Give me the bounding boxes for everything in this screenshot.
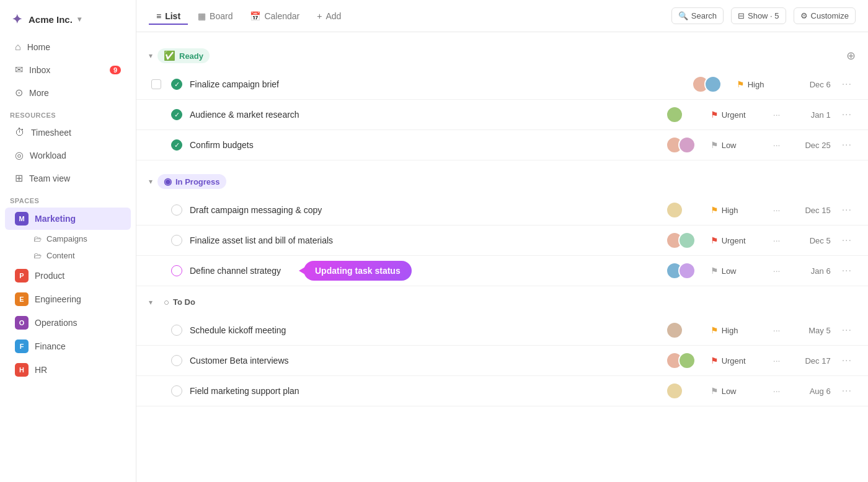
sidebar-item-label: More bbox=[29, 88, 49, 98]
sidebar-item-label: Campaigns bbox=[46, 234, 87, 243]
tab-label: List bbox=[165, 11, 180, 21]
space-badge-operations: O bbox=[15, 316, 29, 330]
search-button[interactable]: 🔍 Search bbox=[671, 7, 724, 24]
list-icon: ≡ bbox=[156, 11, 161, 21]
search-icon: 🔍 bbox=[678, 11, 688, 20]
section-label-todo[interactable]: ○ To Do bbox=[157, 295, 202, 309]
more-icon: ⊙ bbox=[15, 87, 23, 99]
tab-calendar[interactable]: 📅 Calendar bbox=[242, 7, 307, 25]
task-status-checkbox[interactable] bbox=[171, 204, 182, 216]
task-priority: ⚑ High bbox=[711, 325, 760, 335]
show-button[interactable]: ⊟ Show · 5 bbox=[731, 7, 786, 24]
topbar-actions: 🔍 Search ⊟ Show · 5 ⚙ Customize bbox=[671, 7, 856, 24]
add-icon: + bbox=[317, 11, 322, 21]
task-avatars bbox=[692, 76, 729, 93]
logo-icon: ✦ bbox=[10, 12, 24, 26]
section-label-inprogress[interactable]: ◉ In Progress bbox=[157, 174, 226, 189]
more-options-button[interactable]: ··· bbox=[838, 77, 856, 91]
more-options-button[interactable]: ··· bbox=[838, 203, 856, 217]
task-row: Customer Beta interviews ⚑ Urgent ··· De… bbox=[136, 346, 868, 376]
task-status-checkbox[interactable]: ✓ bbox=[171, 109, 182, 120]
task-date: Jan 1 bbox=[794, 110, 831, 120]
tab-add[interactable]: + Add bbox=[309, 7, 348, 25]
customize-button[interactable]: ⚙ Customize bbox=[794, 7, 856, 24]
extra-dots: ··· bbox=[768, 266, 786, 276]
task-status-checkbox[interactable] bbox=[171, 355, 182, 366]
folder-icon: 🗁 bbox=[33, 251, 42, 260]
task-priority: ⚑ Urgent bbox=[711, 235, 760, 245]
app-name: Acme Inc. bbox=[29, 14, 73, 25]
task-priority: ⚑ Low bbox=[711, 140, 760, 150]
more-options-button[interactable]: ··· bbox=[838, 384, 856, 398]
sidebar-subitem-campaigns[interactable]: 🗁 Campaigns bbox=[5, 231, 131, 247]
chevron-down-icon: ▾ bbox=[78, 15, 81, 24]
priority-flag-icon: ⚑ bbox=[711, 205, 719, 215]
sidebar-item-home[interactable]: ⌂ Home bbox=[5, 37, 131, 58]
sidebar-item-timesheet[interactable]: ⏱ Timesheet bbox=[5, 122, 131, 143]
section-label-ready[interactable]: ✅ Ready bbox=[157, 48, 210, 63]
tab-board[interactable]: ▦ Board bbox=[190, 7, 240, 25]
sidebar-item-finance[interactable]: F Finance bbox=[5, 335, 131, 357]
task-row: Schedule kickoff meeting ⚑ High ··· May … bbox=[136, 315, 868, 346]
sidebar-item-label: Timesheet bbox=[31, 128, 71, 138]
task-status-checkbox[interactable] bbox=[171, 385, 182, 397]
task-name: Finalize campaign brief bbox=[190, 79, 684, 89]
sidebar-item-label: Home bbox=[27, 42, 50, 52]
inbox-badge: 9 bbox=[110, 66, 121, 74]
section-toggle-inprogress[interactable]: ▾ bbox=[149, 177, 153, 186]
sidebar-subitem-content[interactable]: 🗁 Content bbox=[5, 248, 131, 263]
task-priority: ⚑ Urgent bbox=[711, 356, 760, 366]
task-status-checkbox[interactable] bbox=[171, 235, 182, 246]
task-avatars bbox=[666, 262, 703, 279]
topbar: ≡ List ▦ Board 📅 Calendar + Add 🔍 Search… bbox=[136, 0, 868, 32]
task-name: Field marketing support plan bbox=[190, 386, 658, 396]
sidebar-item-label: Engineering bbox=[35, 294, 81, 304]
task-status-checkbox[interactable] bbox=[171, 265, 182, 276]
more-options-button[interactable]: ··· bbox=[838, 354, 856, 367]
sidebar-item-workload[interactable]: ◎ Workload bbox=[5, 144, 131, 166]
sidebar-item-label: HR bbox=[35, 365, 47, 375]
more-options-button[interactable]: ··· bbox=[838, 264, 856, 278]
more-options-button[interactable]: ··· bbox=[838, 138, 856, 152]
task-date: Dec 17 bbox=[794, 356, 831, 366]
customize-label: Customize bbox=[811, 11, 849, 20]
more-options-button[interactable]: ··· bbox=[838, 323, 856, 337]
app-logo[interactable]: ✦ Acme Inc. ▾ bbox=[0, 7, 136, 36]
search-label: Search bbox=[691, 11, 717, 20]
tab-label: Calendar bbox=[264, 11, 299, 21]
task-name: Draft campaign messaging & copy bbox=[190, 205, 658, 215]
task-date: Aug 6 bbox=[794, 387, 831, 396]
tab-label: Board bbox=[210, 11, 232, 21]
row-select[interactable] bbox=[149, 79, 164, 89]
section-header-todo: ▾ ○ To Do bbox=[136, 289, 868, 315]
task-name: Audience & market research bbox=[190, 110, 658, 120]
home-icon: ⌂ bbox=[15, 42, 21, 53]
sidebar-item-hr[interactable]: H HR bbox=[5, 359, 131, 381]
sidebar-item-marketing[interactable]: M Marketing bbox=[5, 208, 131, 230]
section-toggle-ready[interactable]: ▾ bbox=[149, 51, 153, 60]
more-options-button[interactable]: ··· bbox=[838, 234, 856, 247]
task-status-checkbox[interactable] bbox=[171, 325, 182, 336]
sidebar-item-label: Operations bbox=[35, 318, 77, 328]
more-options-button[interactable]: ··· bbox=[838, 108, 856, 121]
section-toggle-todo[interactable]: ▾ bbox=[149, 298, 153, 307]
sidebar-item-inbox[interactable]: ✉ Inbox 9 bbox=[5, 59, 131, 81]
sidebar-item-operations[interactable]: O Operations bbox=[5, 312, 131, 334]
task-row: Draft campaign messaging & copy ⚑ High ·… bbox=[136, 195, 868, 226]
task-date: Dec 25 bbox=[794, 141, 831, 150]
sidebar-item-product[interactable]: P Product bbox=[5, 265, 131, 287]
sidebar-item-engineering[interactable]: E Engineering bbox=[5, 288, 131, 310]
tab-list[interactable]: ≡ List bbox=[149, 7, 188, 25]
folder-icon: 🗁 bbox=[33, 234, 42, 243]
task-status-checkbox[interactable]: ✓ bbox=[171, 79, 182, 90]
priority-flag-icon: ⚑ bbox=[737, 79, 745, 89]
sidebar-item-teamview[interactable]: ⊞ Team view bbox=[5, 167, 131, 189]
priority-label: Urgent bbox=[722, 236, 746, 245]
priority-flag-icon: ⚑ bbox=[711, 356, 719, 366]
sidebar-item-more[interactable]: ⊙ More bbox=[5, 82, 131, 103]
add-task-ready-button[interactable]: ⊕ bbox=[846, 49, 856, 63]
gear-icon: ⚙ bbox=[800, 11, 808, 20]
task-status-checkbox[interactable]: ✓ bbox=[171, 139, 182, 151]
priority-label: Low bbox=[722, 387, 737, 396]
row-checkbox[interactable] bbox=[151, 79, 161, 89]
